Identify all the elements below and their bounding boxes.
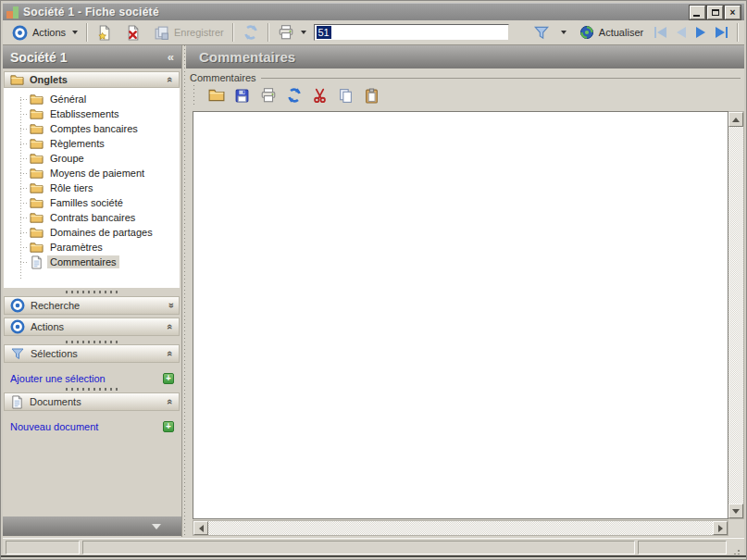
tree-item-comptes-bancaires[interactable]: Comptes bancaires (4, 121, 180, 136)
delete-record-button[interactable] (121, 23, 144, 43)
status-bar (3, 538, 744, 556)
tree-item-commentaires[interactable]: Commentaires (4, 255, 180, 269)
nav-previous-button[interactable] (677, 27, 686, 38)
horizontal-scrollbar[interactable] (193, 520, 728, 536)
folder-icon (10, 73, 24, 87)
record-number-input[interactable]: 51 (314, 24, 509, 41)
print-button[interactable] (259, 87, 277, 105)
tree-connector (20, 173, 28, 174)
window-bottom-edge (1, 554, 746, 559)
open-button[interactable] (207, 87, 225, 105)
onglets-tree: Général Etablissements Comptes bancaires… (4, 88, 180, 288)
copy-icon (338, 88, 354, 104)
comments-editor[interactable] (193, 112, 728, 518)
tree-item-reglements[interactable]: Règlements (4, 136, 180, 151)
nav-first-button[interactable] (654, 27, 666, 38)
chevron-up-icon: « (166, 351, 175, 356)
selections-section-header[interactable]: Sélections « (4, 344, 180, 363)
printer-icon (260, 87, 277, 104)
chevron-down-icon[interactable] (561, 31, 566, 34)
print-button[interactable] (274, 22, 310, 43)
toolbar-separator (268, 23, 269, 42)
save-button-label: Enregistrer (174, 27, 224, 38)
refresh-icon (243, 24, 259, 41)
tree-item-label: Comptes bancaires (47, 122, 141, 135)
groupbox-label: Commentaires (190, 72, 256, 83)
chevron-up-icon: « (166, 399, 175, 404)
tree-item-parametres[interactable]: Paramètres (4, 240, 180, 255)
save-button[interactable] (233, 87, 251, 105)
maximize-button[interactable] (707, 6, 723, 19)
tree-connector (20, 114, 28, 115)
tree-item-etablissements[interactable]: Etablissements (4, 106, 180, 121)
paste-button[interactable] (363, 87, 380, 105)
tree-connector (20, 143, 28, 144)
printer-icon (278, 24, 294, 41)
sidebar-overflow-bar[interactable] (3, 516, 181, 536)
refresh-button[interactable] (285, 87, 303, 105)
tree-item-label: Rôle tiers (47, 181, 95, 194)
splitter-dots (66, 291, 119, 293)
scroll-up-button[interactable] (728, 112, 743, 127)
scroll-left-button[interactable] (193, 521, 208, 535)
actualiser-button[interactable]: Actualiser (576, 23, 647, 42)
add-selection-link[interactable]: Ajouter une sélection (10, 373, 163, 384)
new-document-plus-button[interactable]: + (163, 421, 174, 432)
actions-menu-button[interactable]: Actions (8, 23, 81, 43)
new-record-button[interactable] (93, 23, 116, 43)
tree-item-contrats-bancaires[interactable]: Contrats bancaires (4, 210, 180, 225)
recherche-section-header[interactable]: Recherche « (4, 296, 180, 315)
filter-button[interactable] (529, 22, 554, 43)
new-document-row: Nouveau document + (3, 419, 181, 434)
tree-item-moyens-de-paiement[interactable]: Moyens de paiement (4, 166, 180, 180)
new-document-link[interactable]: Nouveau document (10, 421, 163, 432)
tree-item-label: Règlements (47, 137, 107, 150)
cut-button[interactable] (311, 87, 329, 105)
tree-item-label: Familles société (47, 196, 126, 209)
refresh-button[interactable] (239, 22, 263, 43)
tree-item-domaines-de-partages[interactable]: Domaines de partages (4, 225, 180, 240)
folder-icon (30, 211, 44, 225)
toolbar-grip[interactable] (193, 85, 195, 106)
title-bar[interactable]: Société 1 - Fiche société × (3, 3, 744, 20)
vertical-scrollbar[interactable] (728, 111, 744, 519)
sidebar-splitter[interactable] (3, 385, 181, 392)
nav-last-button[interactable] (716, 27, 728, 38)
scissors-icon (312, 88, 328, 104)
target-icon (10, 298, 25, 313)
folder-icon (30, 152, 44, 166)
folder-icon (30, 167, 44, 180)
status-panel-2 (82, 541, 635, 554)
record-number-value: 51 (317, 26, 331, 39)
close-button[interactable]: × (725, 6, 741, 19)
onglets-section-header[interactable]: Onglets « (4, 71, 180, 88)
tree-item-familles-societe[interactable]: Familles société (4, 195, 180, 210)
sidebar-splitter[interactable] (3, 288, 181, 295)
tree-item-general[interactable]: Général (4, 92, 180, 106)
save-button[interactable]: Enregistrer (150, 23, 228, 43)
tree-item-role-tiers[interactable]: Rôle tiers (4, 180, 180, 195)
copy-button[interactable] (337, 87, 355, 105)
actualiser-icon (579, 25, 594, 40)
add-selection-plus-button[interactable]: + (163, 373, 174, 384)
scroll-down-button[interactable] (728, 504, 743, 518)
nav-next-button[interactable] (696, 27, 705, 38)
tree-item-groupe[interactable]: Groupe (4, 151, 180, 166)
folder-icon (208, 87, 225, 104)
folder-icon (30, 241, 44, 255)
documents-section-header[interactable]: Documents « (4, 392, 180, 411)
folder-icon (30, 137, 44, 151)
minimize-button[interactable] (690, 6, 705, 19)
folder-icon (30, 107, 44, 121)
actions-section-header[interactable]: Actions « (4, 317, 180, 336)
scroll-right-button[interactable] (713, 521, 728, 535)
sidebar-collapse-icon[interactable]: « (168, 50, 174, 64)
tree-item-label: Paramètres (47, 241, 106, 254)
actions-menu-label: Actions (32, 27, 66, 38)
resize-grip[interactable] (729, 541, 742, 554)
onglets-section-label: Onglets (30, 74, 162, 85)
folder-icon (30, 122, 44, 136)
new-page-icon (96, 25, 112, 41)
toolbar-separator (86, 23, 88, 42)
filter-funnel-icon (533, 24, 550, 41)
